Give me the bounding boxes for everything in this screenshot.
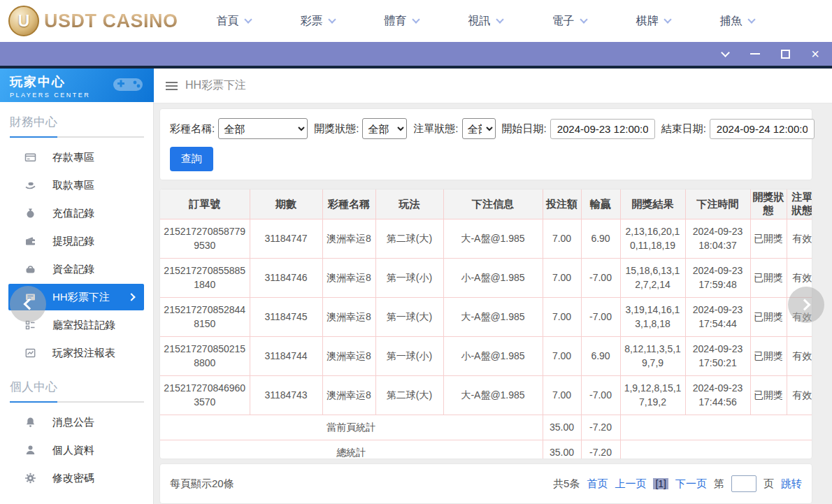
person-icon	[24, 445, 36, 456]
nav-item-cards[interactable]: 棋牌	[636, 14, 670, 29]
menu-toggle-icon[interactable]	[166, 82, 178, 90]
breadcrumb: HH彩票下注	[154, 69, 832, 103]
next-page-link[interactable]: 下一页	[675, 477, 707, 491]
withdraw-hand-icon	[24, 180, 36, 191]
sidebar-item-withdrawal-records[interactable]: 提現記錄	[0, 227, 154, 255]
nav-item-home[interactable]: 首頁	[217, 14, 251, 29]
page-suffix: 页	[763, 477, 774, 491]
chevron-right-icon	[799, 299, 811, 311]
bets-table: 訂單號 期數 彩種名稱 玩法 下注信息 投注額 輸贏 開獎結果 下注時間 開獎狀…	[160, 189, 812, 459]
wallet-icon	[24, 236, 36, 247]
gamepad-icon	[112, 74, 144, 95]
nav-item-live[interactable]: 視訊	[468, 14, 503, 29]
sidebar-item-profile[interactable]: 個人資料	[0, 436, 154, 464]
end-date-label: 結束日期:	[661, 122, 706, 136]
page-title: HH彩票下注	[185, 78, 246, 93]
collapse-icon[interactable]	[719, 48, 731, 59]
close-icon[interactable]: ×	[810, 48, 821, 59]
chevron-down-icon	[496, 15, 503, 23]
order-status-select[interactable]: 全部	[462, 118, 496, 139]
chevron-right-icon	[127, 293, 135, 301]
section-divider	[10, 401, 144, 403]
filter-panel: 彩種名稱: 全部 開獎狀態: 全部 注單狀態: 全部 開始日期:	[159, 108, 812, 180]
col-win-loss: 輸贏	[581, 189, 620, 219]
col-order-no: 訂單號	[160, 189, 250, 219]
report-icon	[24, 347, 36, 359]
chevron-down-icon	[244, 15, 252, 23]
table-row: 2152172708558851840 31184746 澳洲幸运8 第一球(小…	[160, 259, 812, 298]
sidebar-item-announcements[interactable]: 消息公告	[0, 408, 154, 436]
page-size-text: 每頁顯示20條	[170, 477, 234, 491]
end-date-input[interactable]	[710, 119, 815, 139]
start-date-label: 開始日期:	[502, 122, 547, 136]
bets-table-panel: 訂單號 期數 彩種名稱 玩法 下注信息 投注額 輸贏 開獎結果 下注時間 開獎狀…	[159, 189, 812, 459]
table-row: 2152172708528448150 31184745 澳洲幸运8 第一球(大…	[160, 298, 812, 337]
table-footer: 每頁顯示20條 共5条 首页 上一页 [1] 下一页 第 页 跳转	[159, 463, 812, 504]
page-summary-row: 當前頁統計 35.00 -7.20	[160, 415, 812, 440]
col-play: 玩法	[375, 189, 443, 219]
players-center-banner: 玩家中心 PLAYERS CENTER	[0, 69, 154, 102]
deposit-card-icon	[24, 152, 36, 163]
collapse-sidebar-button[interactable]	[10, 286, 46, 322]
moneybag-icon	[24, 208, 36, 219]
col-draw-status: 開獎狀態	[750, 189, 787, 219]
jump-page-input[interactable]	[731, 475, 756, 492]
page-summary-label: 當前頁統計	[160, 415, 543, 440]
window-titlebar: ×	[0, 42, 832, 66]
sidebar-item-change-password[interactable]: 修改密碼	[0, 464, 154, 492]
sidebar-item-player-bet-report[interactable]: 玩家投注報表	[0, 339, 154, 367]
col-bet-info: 下注信息	[443, 189, 543, 219]
col-bet-amount: 投注額	[543, 189, 581, 219]
bell-icon	[24, 417, 36, 428]
total-count: 共5条	[553, 477, 580, 491]
nav-item-sports[interactable]: 體育	[385, 14, 419, 29]
section-personal-center: 個人中心	[10, 379, 144, 395]
pagination: 共5条 首页 上一页 [1] 下一页 第 页 跳转	[553, 475, 802, 492]
sidebar-item-withdraw[interactable]: 取款專區	[0, 171, 154, 199]
chevron-left-icon	[24, 298, 36, 310]
purse-icon	[24, 264, 36, 275]
start-date-input[interactable]	[550, 119, 655, 139]
chevron-down-icon	[328, 15, 336, 23]
col-bet-time: 下注時間	[685, 189, 750, 219]
total-summary-label: 總統計	[160, 440, 543, 460]
sidebar-item-deposit[interactable]: 存款專區	[0, 143, 154, 171]
chevron-down-icon	[580, 15, 587, 23]
nav-item-fishing[interactable]: 捕魚	[720, 14, 754, 29]
minimize-icon[interactable]	[749, 48, 761, 59]
main-nav: 首頁 彩票 體育 視訊 電子 棋牌 捕魚	[217, 14, 754, 29]
col-order-status: 注單狀態	[787, 189, 812, 219]
jump-link[interactable]: 跳转	[781, 477, 802, 491]
maximize-icon[interactable]	[780, 48, 791, 59]
app-window: U USDT CASINO 首頁 彩票 體育 視訊 電子 棋牌 捕魚 × 玩家中…	[0, 0, 832, 504]
nav-item-lottery[interactable]: 彩票	[301, 14, 335, 29]
lottery-name-label: 彩種名稱:	[170, 122, 215, 136]
table-row: 2152172708469603570 31184743 澳洲幸运8 第二球(大…	[160, 376, 812, 415]
table-row: 2152172708587799530 31184747 澳洲幸运8 第二球(大…	[160, 219, 812, 259]
section-finance-center: 財務中心	[10, 114, 144, 130]
finance-menu: 存款專區 取款專區 充值記錄 提現記錄 資金記錄	[0, 143, 154, 367]
current-page[interactable]: [1]	[653, 478, 668, 489]
draw-status-label: 開獎狀態:	[314, 122, 359, 136]
table-row: 2152172708502158800 31184744 澳洲幸运8 第一球(小…	[160, 337, 812, 376]
sidebar-item-recharge-records[interactable]: 充值記錄	[0, 199, 154, 227]
draw-status-select[interactable]: 全部	[362, 118, 407, 139]
first-page-link[interactable]: 首页	[587, 477, 608, 491]
usdt-coin-icon: U	[8, 6, 39, 36]
section-divider	[10, 136, 144, 138]
expand-panel-button[interactable]	[788, 287, 824, 323]
sidebar-item-fund-records[interactable]: 資金記錄	[0, 255, 154, 283]
prev-page-link[interactable]: 上一页	[615, 477, 646, 491]
gear-icon	[24, 473, 36, 484]
search-button[interactable]: 查詢	[170, 147, 213, 171]
nav-item-slots[interactable]: 電子	[552, 14, 587, 29]
table-header-row: 訂單號 期數 彩種名稱 玩法 下注信息 投注額 輸贏 開獎結果 下注時間 開獎狀…	[160, 189, 812, 219]
top-navbar: U USDT CASINO 首頁 彩票 體育 視訊 電子 棋牌 捕魚	[0, 0, 832, 42]
order-status-label: 注單狀態:	[413, 122, 458, 136]
personal-menu: 消息公告 個人資料 修改密碼	[0, 408, 154, 492]
chevron-down-icon	[664, 15, 671, 23]
chevron-down-icon	[747, 15, 755, 23]
page-prefix: 第	[714, 477, 724, 491]
lottery-name-select[interactable]: 全部	[218, 118, 308, 139]
brand-logo[interactable]: U USDT CASINO	[8, 6, 178, 36]
